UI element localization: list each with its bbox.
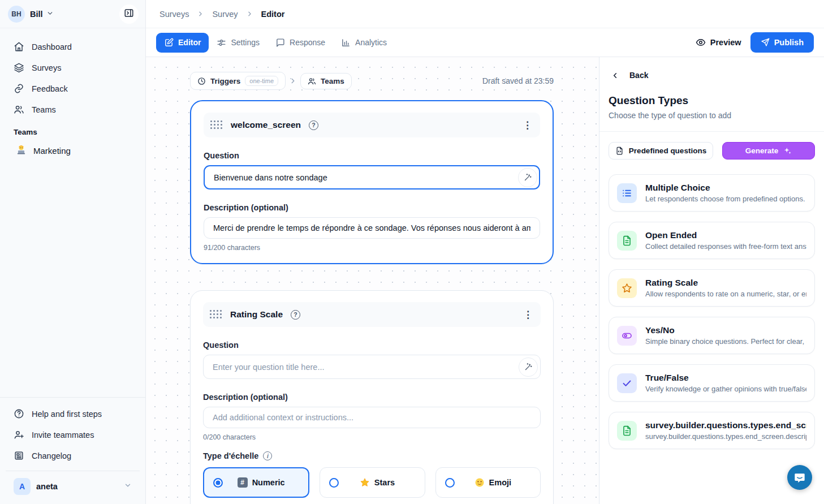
sidebar-item-help[interactable]: Help and first steps [6, 403, 140, 424]
preview-button[interactable]: Preview [696, 37, 741, 48]
sidebar-item-feedback[interactable]: Feedback [6, 78, 140, 99]
triggers-label: Triggers [210, 77, 240, 85]
question-field-label: Question [204, 151, 540, 160]
sidebar: BH Bill Dashboard Surv [0, 0, 146, 504]
tab-settings[interactable]: Settings [209, 33, 268, 53]
question-card-rating-scale[interactable]: Rating Scale ? ⋮ Question Description (o… [190, 290, 554, 504]
one-time-badge: one-time [245, 76, 278, 86]
breadcrumb-surveys[interactable]: Surveys [159, 10, 189, 19]
sidebar-toggle-button[interactable] [119, 5, 139, 24]
chevron-down-icon [124, 481, 132, 492]
sidebar-item-teams[interactable]: Teams [6, 99, 140, 120]
type-card-multiple-choice[interactable]: Multiple Choice Let respondents choose f… [609, 174, 815, 212]
question-card-welcome-screen[interactable]: welcome_screen ? ⋮ Question Description … [190, 100, 554, 264]
sidebar-item-surveys[interactable]: Surveys [6, 57, 140, 78]
chat-launcher-button[interactable] [787, 465, 812, 490]
feedback-icon [14, 83, 24, 94]
question-types-panel: Back Question Types Choose the type of q… [599, 57, 824, 504]
triggers-button[interactable]: Triggers one-time [190, 72, 286, 90]
tab-response[interactable]: Response [268, 33, 333, 53]
layers-icon [14, 62, 24, 73]
description-field-label: Description (optional) [203, 393, 541, 402]
magic-wand-icon [524, 173, 532, 182]
sidebar-nav: Dashboard Surveys Feedback Teams [0, 28, 145, 161]
drag-handle-icon[interactable] [210, 310, 222, 319]
description-input[interactable] [203, 407, 541, 428]
type-card-true-false[interactable]: True/False Verify knowledge or gather op… [609, 364, 815, 402]
type-title: Rating Scale [645, 278, 806, 288]
star-emoji [360, 477, 370, 488]
scale-option-stars[interactable]: Stars [320, 467, 425, 498]
scale-option-emoji[interactable]: Emoji [435, 467, 541, 498]
magic-wand-button[interactable] [518, 168, 537, 187]
scale-type-options: # Numeric Stars [203, 467, 541, 498]
type-description: Collect detailed responses with free-for… [645, 242, 806, 251]
sidebar-item-dashboard[interactable]: Dashboard [6, 36, 140, 57]
breadcrumb-survey[interactable]: Survey [212, 10, 238, 19]
account-menu[interactable]: A aneta [6, 471, 140, 504]
workspace-avatar[interactable]: BH [8, 6, 25, 23]
radio-unchecked-icon[interactable] [445, 478, 455, 488]
type-card-rating-scale[interactable]: Rating Scale Allow respondents to rate o… [609, 269, 815, 307]
scale-option-label: Stars [374, 478, 395, 487]
chat-bubble-icon [275, 38, 285, 48]
teams-button[interactable]: Teams [300, 73, 352, 89]
scale-type-label-text: Type d'échelle [203, 451, 258, 460]
help-icon[interactable]: ? [291, 310, 300, 320]
sparkles-icon [783, 147, 792, 155]
type-title: Multiple Choice [645, 183, 806, 193]
question-field-label: Question [203, 341, 541, 350]
chevron-down-icon[interactable] [46, 9, 54, 19]
sidebar-item-marketing[interactable]: Marketing [6, 140, 140, 161]
chevron-right-icon [197, 10, 204, 18]
users-icon [308, 77, 316, 85]
description-input[interactable] [204, 217, 540, 239]
tab-label: Response [290, 38, 325, 47]
scale-type-label: Type d'échelle i [203, 451, 541, 460]
sidebar-footer: Help and first steps Invite teammates Ch… [0, 397, 145, 504]
type-card-yes-no[interactable]: Yes/No Simple binary choice questions. P… [609, 317, 815, 354]
type-description: Allow respondents to rate on a numeric, … [645, 290, 806, 298]
scale-option-numeric[interactable]: # Numeric [203, 467, 309, 498]
type-description: Let respondents choose from predefined o… [645, 195, 806, 203]
sidebar-item-label: Changelog [32, 451, 71, 460]
generate-button[interactable]: Generate [722, 142, 815, 160]
help-icon[interactable]: ? [309, 120, 318, 130]
type-description: Simple binary choice questions. Perfect … [645, 337, 806, 346]
sidebar-item-invite[interactable]: Invite teammates [6, 424, 140, 445]
type-title: Open Ended [645, 230, 806, 240]
radio-unchecked-icon[interactable] [329, 478, 339, 488]
back-button[interactable]: Back [609, 57, 815, 80]
chat-smiley-icon [793, 471, 806, 484]
tab-editor[interactable]: Editor [156, 33, 209, 53]
tab-analytics[interactable]: Analytics [333, 33, 395, 53]
radio-checked-icon[interactable] [213, 478, 223, 488]
type-description: Verify knowledge or gather opinions with… [645, 385, 806, 393]
sidebar-item-changelog[interactable]: Changelog [6, 445, 140, 466]
sidebar-item-label: Feedback [32, 84, 68, 93]
kebab-menu-icon[interactable]: ⋮ [523, 310, 533, 320]
sidebar-item-label: Surveys [32, 63, 61, 72]
type-title: Yes/No [645, 325, 806, 335]
question-title-input[interactable] [203, 355, 541, 379]
workspace-name[interactable]: Bill [30, 10, 43, 19]
question-card-title: welcome_screen [231, 120, 301, 130]
type-card-end-screen[interactable]: survey.builder.questions.types.end_scr..… [609, 412, 815, 449]
file-text-icon [617, 421, 637, 441]
predefined-label: Predefined questions [629, 147, 706, 155]
users-icon [14, 104, 24, 115]
question-title-input[interactable] [204, 165, 540, 189]
kebab-menu-icon[interactable]: ⋮ [523, 120, 532, 130]
list-icon [617, 183, 637, 203]
predefined-questions-button[interactable]: Predefined questions [609, 142, 713, 160]
scale-option-label: Emoji [489, 478, 511, 487]
type-card-open-ended[interactable]: Open Ended Collect detailed responses wi… [609, 222, 815, 259]
publish-button[interactable]: Publish [750, 32, 814, 53]
tab-label: Settings [231, 38, 260, 47]
magic-wand-button[interactable] [519, 357, 538, 377]
tab-label: Analytics [355, 38, 387, 47]
drag-handle-icon[interactable] [210, 120, 223, 130]
sliders-icon [217, 38, 226, 48]
scale-option-label: Numeric [252, 478, 285, 487]
info-icon[interactable]: i [263, 451, 272, 460]
